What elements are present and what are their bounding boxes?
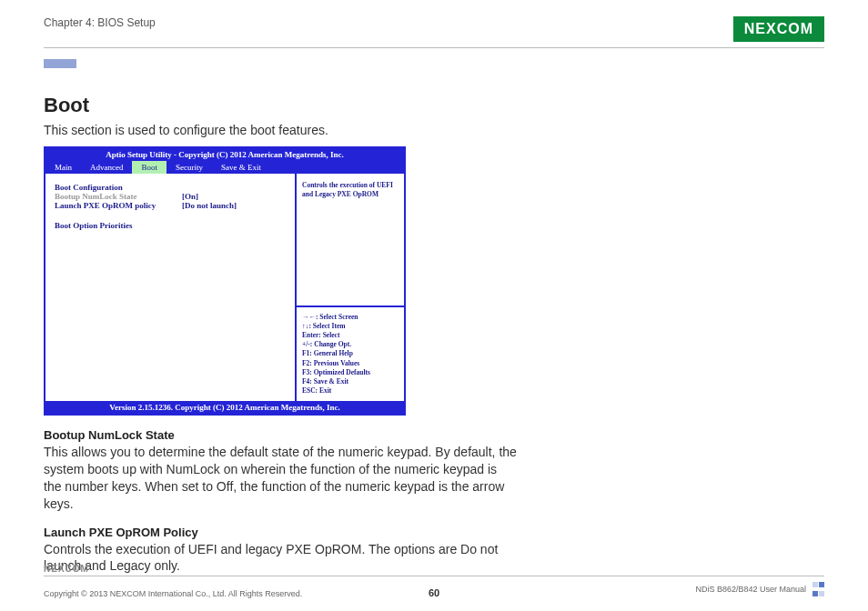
- bios-pxe-value: [Do not launch]: [182, 201, 237, 210]
- bios-numlock-value: [On]: [182, 192, 198, 201]
- intro-text: This section is used to configure the bo…: [44, 123, 824, 137]
- bios-key: ↑↓: Select Item: [302, 322, 399, 331]
- bios-help-text: Controls the execution of UEFI and Legac…: [297, 174, 404, 306]
- bios-key: F1: General Help: [302, 349, 399, 358]
- bios-key-legend: →←: Select Screen ↑↓: Select Item Enter:…: [297, 306, 404, 401]
- bios-tab-advanced: Advanced: [81, 161, 132, 174]
- header-divider: [44, 47, 824, 48]
- bios-version-footer: Version 2.15.1236. Copyright (C) 2012 Am…: [45, 401, 404, 414]
- bios-key: Enter: Select: [302, 331, 399, 340]
- bios-tab-saveexit: Save & Exit: [212, 161, 270, 174]
- footer-logo: NEXCOM: [44, 564, 824, 574]
- footer-divider: [44, 576, 824, 576]
- section-pxe-heading: Launch PXE OpROM Policy: [44, 526, 824, 539]
- accent-bar: [44, 59, 76, 68]
- bios-left-panel: Boot Configuration Bootup NumLock State …: [45, 174, 297, 401]
- bios-utility-title: Aptio Setup Utility - Copyright (C) 2012…: [45, 148, 404, 161]
- bios-pxe-label: Launch PXE OpROM policy: [55, 201, 182, 210]
- footer-page-number: 60: [44, 587, 824, 598]
- bios-boot-config: Boot Configuration: [55, 183, 286, 192]
- bios-key: F4: Save & Exit: [302, 377, 399, 386]
- bios-key: →←: Select Screen: [302, 313, 399, 322]
- bios-numlock-label: Bootup NumLock State: [55, 192, 182, 201]
- section-numlock-heading: Bootup NumLock State: [44, 428, 824, 442]
- bios-key: +/-: Change Opt.: [302, 340, 399, 349]
- section-numlock-body: This allows you to determine the default…: [44, 444, 517, 513]
- bios-tab-security: Security: [167, 161, 212, 174]
- bios-key: F3: Optimized Defaults: [302, 368, 399, 377]
- page-footer: NEXCOM Copyright © 2013 NEXCOM Internati…: [44, 564, 824, 598]
- chapter-title: Chapter 4: BIOS Setup: [44, 16, 156, 29]
- bios-screenshot: Aptio Setup Utility - Copyright (C) 2012…: [44, 146, 406, 416]
- page-title: Boot: [44, 94, 824, 117]
- bios-boot-priorities: Boot Option Priorities: [55, 221, 286, 230]
- bios-tab-boot: Boot: [132, 161, 167, 174]
- bios-tab-main: Main: [45, 161, 81, 174]
- bios-key: F2: Previous Values: [302, 359, 399, 368]
- bios-tab-bar: Main Advanced Boot Security Save & Exit: [45, 161, 404, 174]
- bios-key: ESC: Exit: [302, 386, 399, 396]
- brand-logo: NEXCOM: [733, 16, 824, 42]
